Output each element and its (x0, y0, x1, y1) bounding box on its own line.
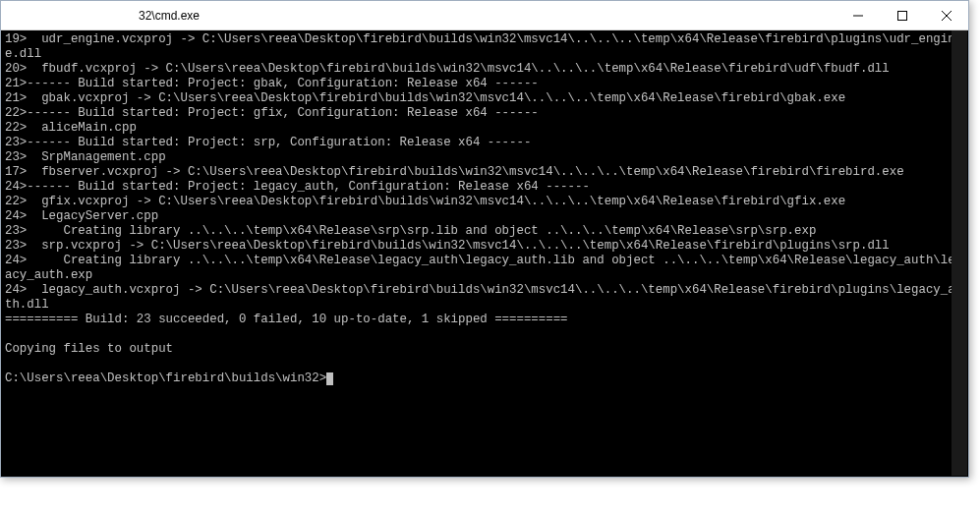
console-line: 21>------ Build started: Project: gbak, … (5, 77, 539, 90)
console-line: 22> aliceMain.cpp (5, 121, 137, 135)
console-line: 23> SrpManagement.cpp (5, 150, 166, 164)
console-line: C:\Users\reea\Desktop\firebird\builds\wi… (5, 371, 326, 385)
console-line: 24>------ Build started: Project: legacy… (5, 180, 590, 194)
console-line: 24> LegacyServer.cpp (5, 209, 158, 223)
console-line: 22>------ Build started: Project: gfix, … (5, 106, 539, 120)
console-line: 20> fbudf.vcxproj -> C:\Users\reea\Deskt… (5, 62, 890, 76)
console-line: 22> gfix.vcxproj -> C:\Users\reea\Deskto… (5, 195, 845, 208)
window-controls (836, 1, 968, 29)
titlebar[interactable]: 32\cmd.exe (1, 1, 968, 30)
close-button[interactable] (924, 1, 968, 29)
minimize-button[interactable] (836, 1, 880, 29)
console-line: 23>------ Build started: Project: srp, C… (5, 136, 531, 149)
console-output[interactable]: 19> udr_engine.vcxproj -> C:\Users\reea\… (1, 30, 968, 477)
scrollbar[interactable] (951, 30, 967, 476)
cursor (326, 372, 333, 385)
console-line: 23> srp.vcxproj -> C:\Users\reea\Desktop… (5, 239, 890, 253)
console-line: 24> Creating library ..\..\..\temp\x64\R… (5, 254, 962, 282)
svg-rect-0 (897, 11, 906, 20)
console-line: 19> udr_engine.vcxproj -> C:\Users\reea\… (5, 32, 955, 61)
window-title: 32\cmd.exe (1, 9, 836, 23)
console-line: 24> legacy_auth.vcxproj -> C:\Users\reea… (5, 283, 962, 312)
console-line: 21> gbak.vcxproj -> C:\Users\reea\Deskto… (5, 91, 845, 105)
console-line: ========== Build: 23 succeeded, 0 failed… (5, 313, 568, 326)
cmd-window: 32\cmd.exe 19> udr_engine.vcxproj -> C:\… (0, 0, 969, 478)
console-line: Copying files to output (5, 342, 173, 356)
maximize-button[interactable] (880, 1, 924, 29)
console-line: 23> Creating library ..\..\..\temp\x64\R… (5, 224, 816, 238)
console-line: 17> fbserver.vcxproj -> C:\Users\reea\De… (5, 165, 904, 179)
